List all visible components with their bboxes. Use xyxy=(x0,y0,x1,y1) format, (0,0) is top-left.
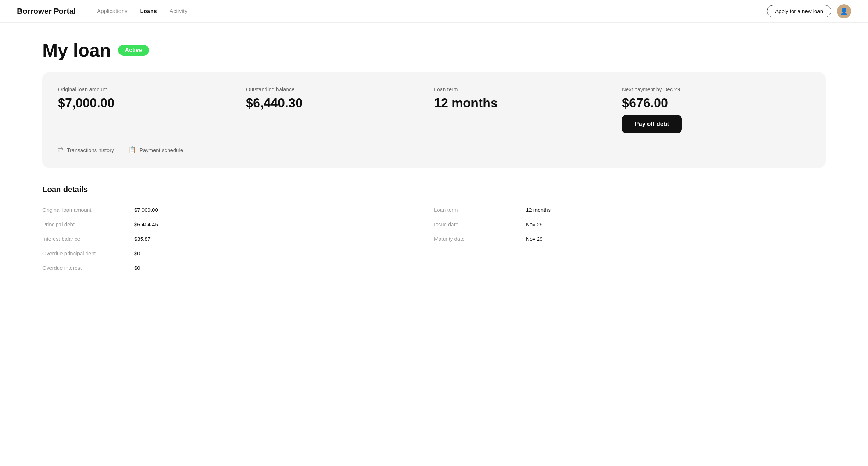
detail-issue-date: Issue date Nov 29 xyxy=(434,217,826,232)
detail-overdue-interest: Overdue interest $0 xyxy=(42,261,434,275)
transactions-icon: ⇄ xyxy=(58,146,63,154)
summary-actions: ⇄ Transactions history 📋 Payment schedul… xyxy=(58,146,810,154)
detail-loan-term-value: 12 months xyxy=(526,207,551,213)
detail-interest-balance: Interest balance $35.87 xyxy=(42,232,434,246)
nav-link-loans[interactable]: Loans xyxy=(140,8,157,14)
detail-overdue-principal-debt-value: $0 xyxy=(134,250,140,256)
detail-original-loan-amount: Original loan amount $7,000.00 xyxy=(42,203,434,217)
status-badge: Active xyxy=(118,45,149,56)
page-header: My loan Active xyxy=(42,40,826,61)
metric-next-payment-label: Next payment by Dec 29 xyxy=(622,86,810,92)
detail-original-loan-amount-value: $7,000.00 xyxy=(134,207,158,213)
detail-overdue-principal-debt: Overdue principal debt $0 xyxy=(42,246,434,261)
detail-interest-balance-value: $35.87 xyxy=(134,236,151,242)
metric-original-loan-amount: Original loan amount $7,000.00 xyxy=(58,86,246,133)
metric-next-payment-value: $676.00 xyxy=(622,96,810,111)
payment-schedule-link[interactable]: 📋 Payment schedule xyxy=(128,146,183,154)
detail-overdue-interest-label: Overdue interest xyxy=(42,265,134,271)
loan-details-title: Loan details xyxy=(42,185,826,194)
nav-links: Applications Loans Activity xyxy=(97,8,767,14)
nav-link-activity[interactable]: Activity xyxy=(170,8,188,14)
detail-overdue-principal-debt-label: Overdue principal debt xyxy=(42,250,134,256)
nav-link-applications[interactable]: Applications xyxy=(97,8,127,14)
apply-for-new-loan-button[interactable]: Apply for a new loan xyxy=(767,5,831,17)
metric-loan-term-label: Loan term xyxy=(434,86,622,92)
detail-interest-balance-label: Interest balance xyxy=(42,236,134,242)
detail-loan-term: Loan term 12 months xyxy=(434,203,826,217)
metric-next-payment: Next payment by Dec 29 $676.00 Pay off d… xyxy=(622,86,810,133)
main-content: My loan Active Original loan amount $7,0… xyxy=(0,23,868,292)
details-right-column: Loan term 12 months Issue date Nov 29 Ma… xyxy=(434,203,826,275)
metric-original-loan-amount-value: $7,000.00 xyxy=(58,96,246,111)
summary-metrics: Original loan amount $7,000.00 Outstandi… xyxy=(58,86,810,133)
pay-off-debt-button[interactable]: Pay off debt xyxy=(622,115,682,133)
metric-outstanding-balance-label: Outstanding balance xyxy=(246,86,434,92)
detail-overdue-interest-value: $0 xyxy=(134,265,140,271)
transactions-history-label: Transactions history xyxy=(67,147,114,153)
detail-principal-debt: Principal debt $6,404.45 xyxy=(42,217,434,232)
payment-schedule-icon: 📋 xyxy=(128,146,136,154)
detail-maturity-date-value: Nov 29 xyxy=(526,236,543,242)
detail-maturity-date: Maturity date Nov 29 xyxy=(434,232,826,246)
details-grid: Original loan amount $7,000.00 Principal… xyxy=(42,203,826,275)
navbar: Borrower Portal Applications Loans Activ… xyxy=(0,0,868,23)
detail-issue-date-label: Issue date xyxy=(434,221,526,227)
metric-loan-term-value: 12 months xyxy=(434,96,622,111)
metric-outstanding-balance: Outstanding balance $6,440.30 xyxy=(246,86,434,133)
brand-logo: Borrower Portal xyxy=(17,7,76,16)
transactions-history-link[interactable]: ⇄ Transactions history xyxy=(58,146,114,154)
avatar[interactable]: 👤 xyxy=(837,4,851,18)
loan-details: Loan details Original loan amount $7,000… xyxy=(42,185,826,275)
summary-card: Original loan amount $7,000.00 Outstandi… xyxy=(42,72,826,168)
page-title: My loan xyxy=(42,40,111,61)
nav-right: Apply for a new loan 👤 xyxy=(767,4,851,18)
detail-loan-term-label: Loan term xyxy=(434,207,526,213)
detail-maturity-date-label: Maturity date xyxy=(434,236,526,242)
detail-original-loan-amount-label: Original loan amount xyxy=(42,207,134,213)
metric-original-loan-amount-label: Original loan amount xyxy=(58,86,246,92)
detail-principal-debt-value: $6,404.45 xyxy=(134,221,158,227)
metric-loan-term: Loan term 12 months xyxy=(434,86,622,133)
metric-outstanding-balance-value: $6,440.30 xyxy=(246,96,434,111)
details-left-column: Original loan amount $7,000.00 Principal… xyxy=(42,203,434,275)
detail-principal-debt-label: Principal debt xyxy=(42,221,134,227)
payment-schedule-label: Payment schedule xyxy=(140,147,183,153)
detail-issue-date-value: Nov 29 xyxy=(526,221,543,227)
